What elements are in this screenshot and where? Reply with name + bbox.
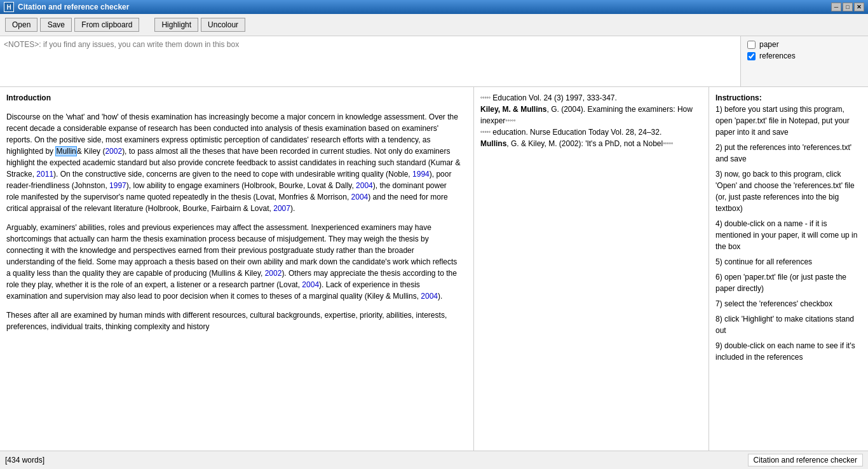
paper-checkbox[interactable]: [747, 41, 756, 49]
ref1-text: Education Vol. 24 (3) 1997, 333-347.: [491, 93, 617, 102]
ref4-bold: Mullins: [480, 139, 506, 148]
year-link-p2-3[interactable]: 2004: [421, 292, 438, 301]
highlighted-name[interactable]: Mullin: [55, 146, 76, 156]
uncolour-button[interactable]: Uncolour: [201, 18, 245, 32]
year-link-6[interactable]: 2004: [351, 193, 369, 201]
instruction-step-3: 3) now, go back to this program, click '…: [715, 168, 862, 214]
year-link-4[interactable]: 1997: [109, 181, 126, 190]
from-clipboard-button[interactable]: From clipboard: [74, 18, 139, 32]
instruction-step-8: 8) click 'Highlight' to make citations s…: [715, 313, 862, 336]
year-link-5[interactable]: 2004: [356, 181, 373, 190]
app-icon: H: [4, 2, 14, 12]
paper-label: paper: [759, 40, 779, 49]
status-app-label: Citation and reference checker: [748, 454, 863, 466]
paragraph-2: Arguably, examiners' abilities, roles an…: [6, 222, 461, 302]
main-container: paper references Introduction Discourse …: [0, 36, 868, 451]
text-content[interactable]: Introduction Discourse on the 'what' and…: [0, 87, 473, 451]
instruction-step-4: 4) double-click on a name - if it is men…: [715, 218, 862, 252]
paragraph-1: Discourse on the 'what' and 'how' of the…: [6, 111, 461, 214]
instruction-step-7: 7) select the 'references' checkbox: [715, 298, 862, 309]
year-link-2[interactable]: 2011: [36, 170, 53, 179]
toolbar: Open Save From clipboard Highlight Uncol…: [0, 14, 868, 36]
word-count: [434 words]: [5, 456, 44, 465]
paragraph-3: Theses after all are examined by human m…: [6, 309, 461, 332]
ref3-text: education. Nurse Education Today Vol. 28…: [491, 128, 661, 137]
paper-checkbox-row: paper: [747, 40, 862, 49]
window-controls[interactable]: ─ □ ✕: [831, 3, 864, 11]
ref3-dots: °°°°°: [480, 130, 491, 136]
instruction-step-6: 6) open 'paper.txt' file (or just paste …: [715, 271, 862, 294]
ref2-bold2: Mullins: [520, 105, 546, 114]
year-link-3[interactable]: 1994: [412, 170, 430, 179]
save-button[interactable]: Save: [40, 18, 72, 32]
references-content[interactable]: °°°°° Education Vol. 24 (3) 1997, 333-34…: [474, 87, 709, 451]
instructions-title: Instructions:: [715, 93, 762, 102]
open-button[interactable]: Open: [5, 18, 37, 32]
ref-1: °°°°° Education Vol. 24 (3) 1997, 333-34…: [480, 92, 702, 104]
instruction-step-9: 9) double-click on each name to see if i…: [715, 340, 862, 363]
maximize-button[interactable]: □: [843, 3, 853, 11]
ref4-dots: °°°°°: [663, 142, 673, 147]
ref2-bold1: Kiley, M. &: [480, 105, 519, 114]
notes-textarea[interactable]: [0, 36, 740, 86]
ref-2: Kiley, M. & Mullins, G. (2004). Examinin…: [480, 104, 702, 126]
instructions-steps: 1) before you start using this program, …: [715, 104, 862, 363]
references-checkbox-row: references: [747, 51, 862, 60]
references-panel: °°°°° Education Vol. 24 (3) 1997, 333-34…: [474, 87, 709, 451]
highlight-button[interactable]: Highlight: [154, 18, 198, 32]
bottom-section: Introduction Discourse on the 'what' and…: [0, 87, 868, 451]
ref-3: °°°°° education. Nurse Education Today V…: [480, 126, 702, 138]
text-heading: Introduction: [6, 93, 51, 102]
instruction-step-5: 5) continue for all references: [715, 256, 862, 268]
minimize-button[interactable]: ─: [831, 3, 841, 11]
instructions-panel: Instructions: 1) before you start using …: [709, 87, 868, 451]
checkboxes-panel: paper references: [741, 36, 868, 86]
references-checkbox[interactable]: [747, 52, 756, 60]
text-panel: Introduction Discourse on the 'what' and…: [0, 87, 474, 451]
year-link-p2-2[interactable]: 2004: [302, 280, 319, 289]
year-link-7[interactable]: 2007: [273, 204, 290, 213]
close-button[interactable]: ✕: [854, 3, 864, 11]
year-link-p2-1[interactable]: 2002: [265, 269, 282, 278]
year-link-1[interactable]: 2002: [105, 147, 122, 156]
ref1-dots: °°°°°: [480, 96, 491, 102]
ref4-text: , G. & Kiley, M. (2002): 'It's a PhD, no…: [506, 139, 663, 148]
top-section: paper references: [0, 36, 868, 87]
instructions-content: Instructions: 1) before you start using …: [709, 87, 868, 451]
title-bar: H Citation and reference checker ─ □ ✕: [0, 0, 868, 14]
window-title: Citation and reference checker: [18, 3, 831, 11]
ref2-dots: °°°°°: [505, 119, 515, 125]
notes-area: [0, 36, 741, 86]
instruction-step-2: 2) put the references into 'references.t…: [715, 142, 862, 165]
references-label: references: [759, 51, 796, 60]
instruction-step-1: 1) before you start using this program, …: [715, 104, 862, 138]
status-bar: [434 words] Citation and reference check…: [0, 451, 868, 468]
ref-4: Mullins, G. & Kiley, M. (2002): 'It's a …: [480, 138, 702, 149]
